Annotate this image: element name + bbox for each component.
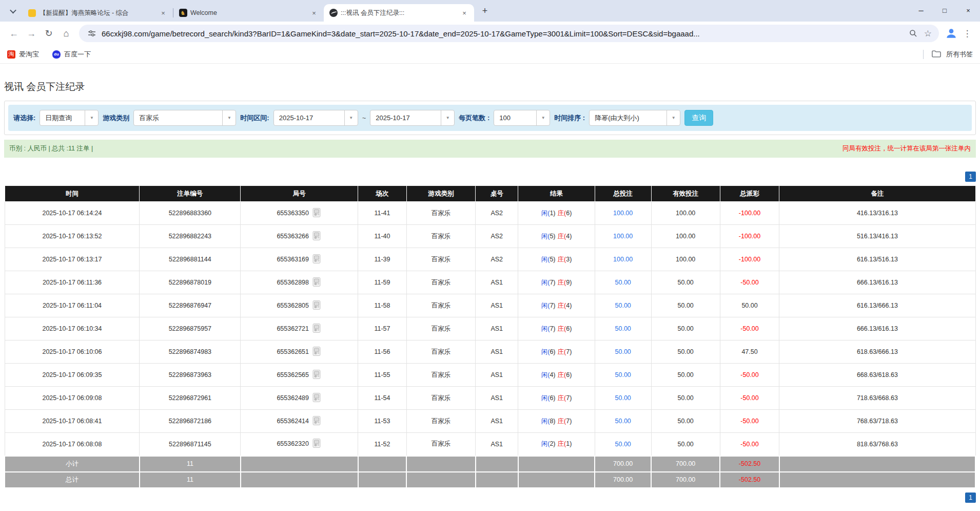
- cell-game: 百家乐: [406, 410, 475, 433]
- result-banker: 庄(1): [558, 440, 572, 448]
- date-range-label: 时间区间:: [240, 113, 269, 123]
- cell-time: 2025-10-17 06:13:17: [5, 248, 140, 271]
- divider: [923, 50, 924, 59]
- total-bet-link[interactable]: 50.00: [615, 302, 631, 309]
- cell-round: 655362320: [241, 433, 358, 456]
- result-banker: 庄(6): [558, 325, 572, 333]
- window-close-button[interactable]: ×: [956, 0, 980, 21]
- cell-total-bet: 50.00: [595, 433, 651, 456]
- per-page-select[interactable]: 100 ▼: [494, 110, 550, 126]
- cell-game: 百家乐: [406, 433, 475, 456]
- caret-down-icon: ▼: [441, 110, 454, 125]
- page-1-button[interactable]: 1: [965, 172, 976, 182]
- new-tab-button[interactable]: +: [477, 3, 493, 18]
- home-icon[interactable]: ⌂: [57, 25, 75, 42]
- reload-icon[interactable]: ↻: [40, 25, 57, 42]
- payout-cell: -50.00: [720, 410, 779, 433]
- bookmark-baidu[interactable]: du 百度一下: [52, 50, 91, 59]
- filter-bar: 请选择: 日期查询 ▼ 游戏类别 百家乐 ▼ 时间区间: 2025-10-17 …: [8, 105, 972, 131]
- video-replay-icon[interactable]: [311, 254, 322, 266]
- total-bet-link[interactable]: 100.00: [613, 233, 633, 240]
- video-replay-icon[interactable]: [311, 231, 322, 242]
- cell-time: 2025-10-17 06:11:04: [5, 294, 140, 317]
- video-replay-icon[interactable]: [311, 438, 322, 450]
- total-bet-link[interactable]: 50.00: [615, 371, 631, 378]
- total-bet-link[interactable]: 50.00: [615, 394, 631, 402]
- video-replay-icon[interactable]: [311, 415, 322, 427]
- cell-round: 655362721: [241, 317, 358, 340]
- cell-valid-bet: 50.00: [651, 271, 720, 294]
- profile-avatar[interactable]: [943, 25, 959, 42]
- query-mode-select[interactable]: 日期查询 ▼: [40, 110, 99, 126]
- site-settings-icon[interactable]: [86, 28, 97, 39]
- game-type-select[interactable]: 百家乐 ▼: [133, 110, 236, 126]
- cell-game: 百家乐: [406, 225, 475, 248]
- cell-valid-bet: 50.00: [651, 294, 720, 317]
- cell-result: 闲(2)庄(1): [518, 433, 595, 456]
- address-bar[interactable]: 66cxkj98.com/game/betrecord_search/kind3…: [79, 25, 939, 42]
- video-replay-icon[interactable]: [311, 323, 322, 335]
- cell-time: 2025-10-17 06:11:36: [5, 271, 140, 294]
- date-end-select[interactable]: 2025-10-17 ▼: [370, 110, 455, 126]
- date-start-select[interactable]: 2025-10-17 ▼: [273, 110, 358, 126]
- tab-forum[interactable]: 【新提醒】海燕策略论坛 - 综合 ×: [23, 4, 173, 22]
- video-replay-icon[interactable]: [311, 277, 322, 289]
- close-icon[interactable]: ×: [460, 8, 469, 17]
- video-replay-icon[interactable]: [311, 346, 322, 358]
- tab-bet-records[interactable]: :::视讯 会员下注纪录::: ×: [324, 4, 474, 22]
- table-row: 2025-10-17 06:10:34 522896875957 6553627…: [5, 317, 975, 340]
- round-number: 655362898: [277, 278, 309, 286]
- caret-down-icon: ▼: [667, 110, 680, 125]
- total-bet-link[interactable]: 100.00: [613, 210, 633, 217]
- video-replay-icon[interactable]: [311, 369, 322, 381]
- close-icon[interactable]: ×: [159, 8, 168, 17]
- table-row: 2025-10-17 06:14:24 522896883360 6553633…: [5, 202, 975, 225]
- cell-result: 闲(7)庄(9): [518, 271, 595, 294]
- result-player: 闲(4): [541, 371, 556, 380]
- back-icon[interactable]: ←: [5, 25, 23, 42]
- total-bet-link[interactable]: 50.00: [615, 348, 631, 355]
- maximize-button[interactable]: □: [933, 0, 956, 21]
- video-replay-icon[interactable]: [311, 392, 322, 404]
- video-replay-icon[interactable]: [311, 300, 322, 312]
- subtotal-count: 11: [140, 456, 241, 472]
- cell-valid-bet: 50.00: [651, 364, 720, 387]
- close-icon[interactable]: ×: [309, 8, 319, 17]
- total-bet-link[interactable]: 50.00: [615, 325, 631, 332]
- payout-cell: -50.00: [720, 364, 779, 387]
- total-total-bet: 700.00: [595, 472, 651, 488]
- zoom-icon[interactable]: [908, 28, 919, 39]
- cell-bet-id: 522896874983: [140, 340, 241, 364]
- cell-remark: 618.63/666.13: [779, 340, 975, 364]
- video-replay-icon[interactable]: [311, 207, 322, 219]
- url-text[interactable]: 66cxkj98.com/game/betrecord_search/kind3…: [102, 29, 904, 38]
- cell-valid-bet: 100.00: [651, 202, 720, 225]
- forward-icon[interactable]: →: [23, 25, 40, 42]
- page-1-button[interactable]: 1: [965, 493, 976, 503]
- cell-session: 11-57: [358, 317, 407, 340]
- bookmark-star-icon[interactable]: ☆: [924, 28, 932, 39]
- sort-select[interactable]: 降幂(由大到小) ▼: [589, 110, 680, 126]
- caret-down-icon: ▼: [222, 110, 236, 125]
- cell-result: 闲(7)庄(4): [518, 294, 595, 317]
- minimize-button[interactable]: ─: [909, 0, 933, 21]
- browser-menu-icon[interactable]: ⋮: [959, 26, 975, 41]
- search-button[interactable]: 查询: [684, 110, 713, 126]
- tab-search-button[interactable]: [5, 3, 21, 18]
- tab-welcome[interactable]: ♞ Welcome ×: [173, 4, 324, 22]
- cell-remark: 818.63/768.63: [779, 433, 975, 456]
- cell-game: 百家乐: [406, 248, 475, 271]
- all-bookmarks[interactable]: 所有书签: [923, 50, 973, 59]
- total-bet-link[interactable]: 50.00: [615, 441, 631, 448]
- cell-round: 655362414: [241, 410, 358, 433]
- cell-valid-bet: 50.00: [651, 340, 720, 364]
- cell-session: 11-40: [358, 225, 407, 248]
- total-bet-link[interactable]: 100.00: [613, 256, 633, 263]
- bookmark-taobao[interactable]: 淘 爱淘宝: [7, 50, 39, 59]
- cell-game: 百家乐: [406, 364, 475, 387]
- cell-bet-id: 522896872186: [140, 410, 241, 433]
- cell-bet-id: 522896882243: [140, 225, 241, 248]
- total-bet-link[interactable]: 50.00: [615, 418, 631, 425]
- cell-bet-id: 522896871145: [140, 433, 241, 456]
- total-bet-link[interactable]: 50.00: [615, 279, 631, 286]
